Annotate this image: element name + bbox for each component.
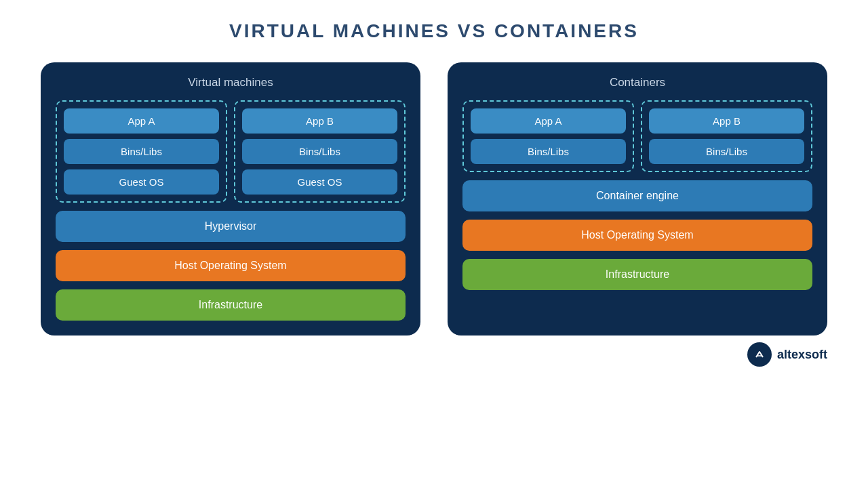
logo-row: altexsoft (27, 342, 841, 367)
vm-col1-dashed: App A Bins/Libs Guest OS (56, 100, 227, 203)
vm-col1-guestos: Guest OS (64, 169, 219, 195)
page-title: VIRTUAL MACHINES VS CONTAINERS (229, 20, 639, 42)
containers-col1-app: App A (471, 108, 626, 134)
vm-host-os: Host Operating System (56, 250, 406, 281)
vm-col1-app: App A (64, 108, 219, 134)
vm-diagram: Virtual machines App A Bins/Libs Guest O… (41, 62, 420, 336)
vm-apps-row: App A Bins/Libs Guest OS App B Bins/Libs… (56, 100, 406, 203)
vm-col2-guestos: Guest OS (242, 169, 397, 195)
vm-infrastructure: Infrastructure (56, 289, 406, 321)
altexsoft-logo-icon (747, 342, 772, 367)
vm-hypervisor: Hypervisor (56, 211, 406, 242)
containers-col2-dashed: App B Bins/Libs (641, 100, 812, 172)
containers-col1-bins: Bins/Libs (471, 139, 626, 164)
vm-col2-dashed: App B Bins/Libs Guest OS (234, 100, 406, 203)
containers-infrastructure: Infrastructure (462, 259, 812, 290)
containers-col2-bins: Bins/Libs (649, 139, 804, 164)
containers-engine: Container engine (462, 180, 812, 211)
vm-col2-bins: Bins/Libs (242, 139, 397, 164)
altexsoft-logo-text: altexsoft (777, 348, 827, 362)
vm-col2-app: App B (242, 108, 397, 134)
containers-diagram: Containers App A Bins/Libs App B Bins/Li… (448, 62, 827, 336)
vm-diagram-label: Virtual machines (56, 76, 406, 89)
containers-col1-dashed: App A Bins/Libs (462, 100, 634, 172)
svg-point-0 (753, 348, 766, 361)
containers-apps-row: App A Bins/Libs App B Bins/Libs (462, 100, 812, 172)
containers-diagram-label: Containers (462, 76, 812, 89)
containers-col2-app: App B (649, 108, 804, 134)
vm-col1-bins: Bins/Libs (64, 139, 219, 164)
diagrams-row: Virtual machines App A Bins/Libs Guest O… (27, 62, 841, 336)
containers-host-os: Host Operating System (462, 220, 812, 251)
